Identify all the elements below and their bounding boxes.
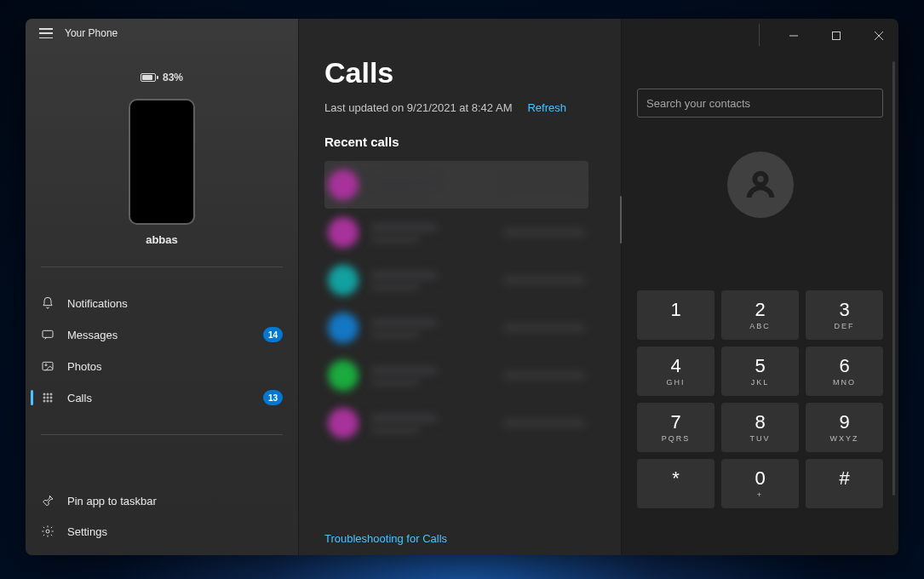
contact-avatar (328, 408, 359, 439)
dialkey-number: 9 (839, 413, 849, 432)
recent-call-row[interactable] (324, 161, 588, 209)
nav-photos[interactable]: Photos (31, 351, 293, 381)
phone-preview[interactable] (129, 99, 195, 225)
dialkey-3[interactable]: 3DEF (806, 290, 883, 340)
nav-settings[interactable]: Settings (31, 516, 293, 547)
nav: Notifications Messages 14 Photos Calls (26, 288, 298, 414)
person-icon (743, 168, 778, 202)
dialkey-5[interactable]: 5JKL (721, 347, 799, 396)
dialkey-6[interactable]: 6MNO (806, 347, 883, 396)
close-button[interactable] (859, 19, 898, 53)
dialkey-number: 7 (670, 413, 680, 432)
dialkey-letters: ABC (749, 322, 771, 330)
dialkey-number: * (672, 469, 680, 488)
dialkey-4[interactable]: 4GHI (637, 347, 715, 396)
contact-avatar (328, 169, 359, 200)
recent-call-row[interactable] (324, 256, 588, 304)
pin-icon (41, 494, 55, 507)
recent-call-row[interactable] (324, 399, 588, 447)
dialpad: 12ABC3DEF4GHI5JKL6MNO7PQRS8TUV9WXYZ*0+# (637, 290, 883, 508)
call-timestamp (503, 276, 585, 284)
recent-call-row[interactable] (324, 352, 588, 399)
svg-point-9 (43, 400, 45, 402)
svg-point-11 (50, 400, 52, 402)
nav-label: Calls (67, 392, 92, 404)
gear-icon (41, 525, 55, 538)
nav-pin[interactable]: Pin app to taskbar (31, 485, 293, 516)
svg-point-8 (50, 397, 52, 398)
dialkey-#[interactable]: # (806, 459, 883, 508)
search-input[interactable] (646, 97, 874, 110)
call-timestamp (503, 228, 585, 237)
window-controls (622, 19, 898, 53)
app-title: Your Phone (65, 27, 118, 39)
svg-point-6 (43, 397, 45, 398)
call-timestamp (503, 181, 585, 189)
nav-messages[interactable]: Messages 14 (31, 318, 293, 351)
minimize-button[interactable] (774, 19, 813, 53)
search-contacts[interactable] (637, 89, 883, 118)
dialkey-number: 0 (755, 469, 765, 488)
chat-icon (41, 328, 55, 341)
dialkey-letters: JKL (751, 378, 770, 387)
titlebar-divider (759, 24, 760, 46)
dialkey-letters: TUV (750, 434, 771, 443)
nav-bottom: Pin app to taskbar Settings (26, 485, 298, 555)
dialkey-number: 8 (755, 413, 765, 432)
sidebar: Your Phone 83% abbas Notifications Messa… (26, 19, 298, 555)
dialkey-number: 2 (755, 301, 765, 319)
refresh-link[interactable]: Refresh (527, 101, 566, 114)
dialkey-0[interactable]: 0+ (721, 459, 799, 508)
dialkey-*[interactable]: * (637, 459, 715, 508)
battery-percent: 83% (163, 72, 183, 83)
call-text (370, 414, 491, 433)
divider (41, 267, 283, 267)
dialkey-number: 5 (755, 357, 765, 375)
page-title: Calls (324, 56, 595, 89)
dialkey-letters: MNO (833, 378, 856, 387)
svg-point-4 (47, 393, 49, 395)
dialkey-letters: DEF (835, 322, 855, 330)
svg-rect-0 (43, 330, 53, 337)
contact-avatar-placeholder (727, 152, 794, 218)
call-text (370, 318, 491, 338)
call-timestamp (503, 419, 585, 427)
dialkey-letters: + (757, 490, 763, 499)
recent-calls-list (324, 161, 595, 447)
dialkey-number: 4 (670, 357, 680, 375)
dialkey-number: 6 (839, 357, 849, 375)
nav-calls[interactable]: Calls 13 (31, 381, 293, 414)
hamburger-icon[interactable] (39, 28, 53, 38)
recent-call-row[interactable] (324, 304, 588, 352)
call-timestamp (503, 324, 585, 332)
call-text (370, 366, 491, 386)
dialkey-8[interactable]: 8TUV (721, 403, 799, 452)
badge-calls: 13 (263, 390, 283, 405)
call-text (370, 271, 491, 290)
dialkey-letters: PQRS (662, 434, 691, 443)
troubleshoot-link[interactable]: Troubleshooting for Calls (324, 532, 447, 545)
contact-avatar (328, 312, 359, 343)
maximize-button[interactable] (817, 19, 856, 53)
badge-messages: 14 (263, 327, 283, 342)
dialkey-2[interactable]: 2ABC (721, 290, 799, 340)
nav-notifications[interactable]: Notifications (31, 288, 293, 318)
call-text (370, 223, 491, 243)
svg-point-12 (46, 530, 49, 533)
svg-point-14 (755, 174, 766, 185)
dialkey-7[interactable]: 7PQRS (637, 403, 715, 452)
dialkey-letters: GHI (666, 378, 685, 387)
recent-call-row[interactable] (324, 209, 588, 256)
contact-avatar (328, 265, 359, 295)
dialkey-1[interactable]: 1 (637, 290, 715, 340)
svg-point-5 (50, 393, 52, 395)
last-updated: Last updated on 9/21/2021 at 8:42 AM (324, 101, 512, 114)
svg-point-7 (47, 397, 49, 398)
section-recent-heading: Recent calls (324, 135, 595, 149)
call-timestamp (503, 371, 585, 380)
scrollbar[interactable] (892, 61, 895, 496)
titlebar-left: Your Phone (26, 19, 298, 44)
dialkey-9[interactable]: 9WXYZ (806, 403, 883, 452)
dialkey-number: 1 (670, 301, 680, 319)
call-text (370, 175, 491, 195)
